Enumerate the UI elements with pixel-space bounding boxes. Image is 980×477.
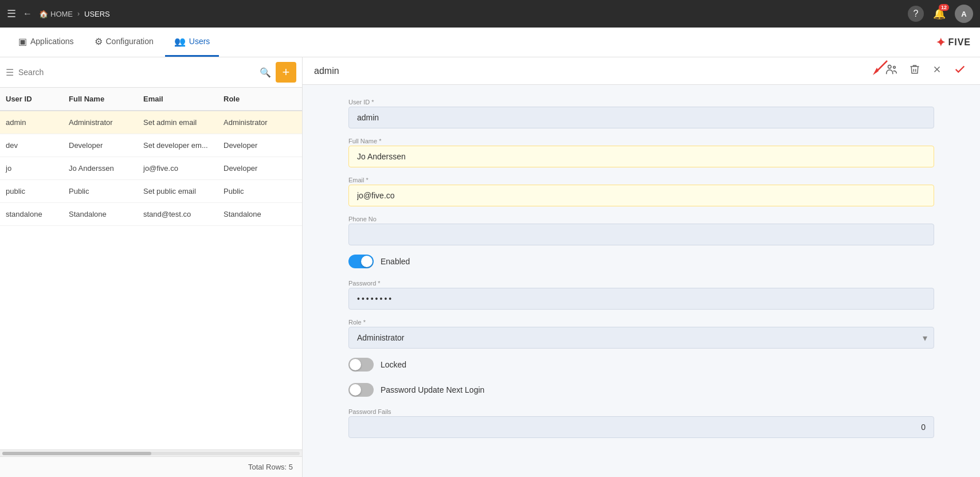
password-fails-label: Password Fails <box>348 408 934 415</box>
notifications-button[interactable]: 🔔 12 <box>933 7 946 20</box>
field-email: Email * <box>348 177 934 206</box>
locked-toggle-row: Locked <box>348 358 934 372</box>
top-nav-right: ? 🔔 12 A <box>908 5 973 23</box>
horizontal-scrollbar[interactable] <box>0 449 302 456</box>
scroll-track <box>2 452 300 455</box>
cell-email: Set public email <box>138 180 218 203</box>
cell-user_id: admin <box>0 111 63 134</box>
field-role: Role * Administrator Developer Public St… <box>348 319 934 349</box>
enabled-toggle-row: Enabled <box>348 255 934 268</box>
tab-configuration[interactable]: ⚙ Configuration <box>85 28 163 57</box>
full-name-input[interactable] <box>348 146 934 167</box>
add-button[interactable]: + <box>276 62 296 83</box>
total-rows: Total Rows: 5 <box>248 463 293 471</box>
cell-user_id: jo <box>0 157 63 180</box>
hamburger-icon[interactable]: ☰ <box>7 7 16 20</box>
header-actions <box>883 61 969 81</box>
table-row[interactable]: devDeveloperSet developer em...Developer <box>0 134 302 157</box>
password-input[interactable] <box>348 288 934 310</box>
right-panel-body: User ID * Full Name * Email * Phone No <box>303 85 980 477</box>
breadcrumb-home[interactable]: 🏠 HOME <box>39 10 73 18</box>
right-panel-header: admin <box>303 57 980 85</box>
cell-role: Public <box>218 180 302 203</box>
password-fails-input[interactable] <box>348 416 934 438</box>
user-id-input[interactable] <box>348 107 934 128</box>
manage-users-icon[interactable] <box>883 61 900 81</box>
phone-input[interactable] <box>348 224 934 245</box>
secondary-nav: ▣ Applications ⚙ Configuration 👥 Users ✦… <box>0 28 980 57</box>
scroll-thumb[interactable] <box>2 452 151 455</box>
cell-full_name: Standalone <box>63 203 138 226</box>
home-icon: 🏠 <box>39 10 48 18</box>
top-nav-left: ☰ ← 🏠 HOME › USERS <box>7 7 110 20</box>
cell-full_name: Jo Anderssen <box>63 157 138 180</box>
cell-user_id: dev <box>0 134 63 157</box>
filter-icon[interactable]: ☰ <box>6 67 14 78</box>
search-bar: ☰ 🔍 + <box>0 57 302 88</box>
col-header-userid[interactable]: User ID <box>0 88 63 111</box>
table-row[interactable]: standaloneStandalonestand@test.coStandal… <box>0 203 302 226</box>
locked-toggle[interactable] <box>348 358 374 372</box>
cell-full_name: Administrator <box>63 111 138 134</box>
search-icon[interactable]: 🔍 <box>260 67 271 78</box>
field-password: Password * <box>348 280 934 310</box>
password-update-label: Password Update Next Login <box>381 385 484 394</box>
cell-full_name: Developer <box>63 134 138 157</box>
full-name-label: Full Name * <box>348 138 934 144</box>
email-input[interactable] <box>348 185 934 206</box>
table-footer: Total Rows: 5 <box>0 456 302 477</box>
table-row[interactable]: adminAdministratorSet admin emailAdminis… <box>0 111 302 134</box>
table-row[interactable]: publicPublicSet public emailPublic <box>0 180 302 203</box>
search-input[interactable] <box>18 68 255 77</box>
password-update-toggle[interactable] <box>348 383 374 397</box>
delete-button[interactable] <box>907 61 923 80</box>
cell-role: Developer <box>218 134 302 157</box>
tab-applications-label: Applications <box>30 37 74 46</box>
col-header-fullname[interactable]: Full Name <box>63 88 138 111</box>
enabled-toggle[interactable] <box>348 255 374 268</box>
help-button[interactable]: ? <box>908 6 924 22</box>
tab-applications[interactable]: ▣ Applications <box>9 28 83 57</box>
breadcrumb-current: USERS <box>84 10 110 18</box>
field-phone: Phone No <box>348 216 934 245</box>
close-button[interactable] <box>930 62 944 80</box>
svg-point-1 <box>893 67 896 69</box>
table-header-row: User ID Full Name Email Role <box>0 88 302 111</box>
col-header-email[interactable]: Email <box>138 88 218 111</box>
locked-toggle-knob <box>350 359 361 370</box>
nav-tabs: ▣ Applications ⚙ Configuration 👥 Users <box>9 28 219 57</box>
cell-email: stand@test.co <box>138 203 218 226</box>
table-row[interactable]: joJo Anderssenjo@five.coDeveloper <box>0 157 302 180</box>
cell-user_id: public <box>0 180 63 203</box>
cell-role: Administrator <box>218 111 302 134</box>
enabled-label: Enabled <box>381 257 410 266</box>
record-title: admin <box>314 66 339 76</box>
tab-configuration-label: Configuration <box>106 37 154 46</box>
field-full-name: Full Name * <box>348 138 934 167</box>
home-label[interactable]: HOME <box>50 10 73 18</box>
save-button[interactable] <box>951 61 969 81</box>
email-label: Email * <box>348 177 934 183</box>
role-select-wrapper: Administrator Developer Public Standalon… <box>348 327 934 349</box>
toggle-knob <box>361 256 373 267</box>
phone-label: Phone No <box>348 216 934 222</box>
back-button[interactable]: ← <box>23 9 32 19</box>
tab-users-label: Users <box>189 37 210 46</box>
user-id-label: User ID * <box>348 99 934 105</box>
field-user-id: User ID * <box>348 99 934 128</box>
users-table: User ID Full Name Email Role adminAdmini… <box>0 88 302 449</box>
cell-email: Set admin email <box>138 111 218 134</box>
role-select[interactable]: Administrator Developer Public Standalon… <box>348 327 934 349</box>
cell-email: Set developer em... <box>138 134 218 157</box>
five-logo-icon: ✦ <box>936 36 946 49</box>
cell-role: Standalone <box>218 203 302 226</box>
five-logo: ✦ FIVE <box>936 36 971 49</box>
users-icon: 👥 <box>174 36 186 47</box>
breadcrumb-separator: › <box>77 10 80 18</box>
avatar[interactable]: A <box>955 5 973 23</box>
right-panel: admin <box>303 57 980 477</box>
col-header-role[interactable]: Role <box>218 88 302 111</box>
svg-point-0 <box>888 65 892 69</box>
cell-user_id: standalone <box>0 203 63 226</box>
tab-users[interactable]: 👥 Users <box>165 28 219 57</box>
